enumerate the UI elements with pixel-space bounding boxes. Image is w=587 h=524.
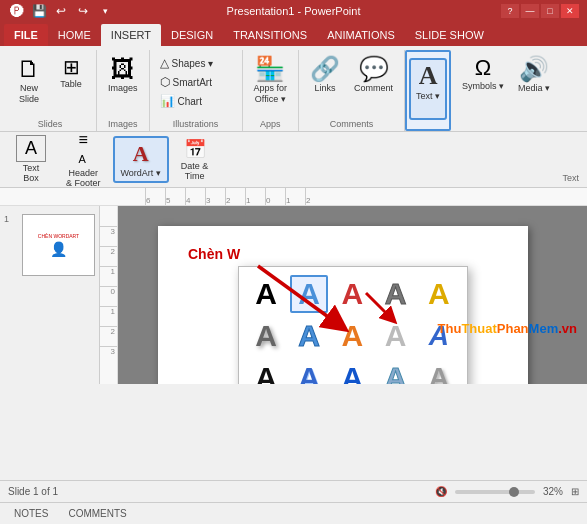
symbols-icon: Ω bbox=[475, 57, 491, 79]
customize-quick-access[interactable]: ▾ bbox=[96, 2, 114, 20]
shapes-btn[interactable]: △ Shapes ▾ bbox=[156, 54, 236, 72]
ruler-mark: 2 bbox=[305, 188, 325, 206]
comment-label: Comment bbox=[354, 83, 393, 94]
wordart-btn[interactable]: A WordArt ▾ bbox=[113, 136, 169, 184]
powerpoint-logo: 🅟 bbox=[8, 2, 26, 20]
watermark-thu: Thu bbox=[438, 321, 462, 336]
ribbon-group-images: 🖼 Images Images bbox=[97, 50, 150, 131]
wordart-item-14[interactable]: A bbox=[377, 359, 415, 384]
language-info: 🔇 bbox=[435, 486, 447, 497]
images-items: 🖼 Images bbox=[103, 50, 143, 119]
table-label: Table bbox=[60, 79, 82, 90]
wordart-item-4[interactable]: A bbox=[377, 275, 415, 313]
tab-file[interactable]: FILE bbox=[4, 24, 48, 46]
text-btn[interactable]: A Text ▾ bbox=[409, 58, 447, 120]
horizontal-ruler: 6 5 4 3 2 1 0 1 2 bbox=[0, 188, 587, 206]
undo-quick-btn[interactable]: ↩ bbox=[52, 2, 70, 20]
close-btn[interactable]: ✕ bbox=[561, 4, 579, 18]
tab-animations[interactable]: ANIMATIONS bbox=[317, 24, 405, 46]
slide-number-1: 1 bbox=[4, 214, 9, 276]
wordart-item-6[interactable]: A bbox=[247, 317, 285, 355]
zoom-level: 32% bbox=[543, 486, 563, 497]
new-slide-btn[interactable]: 🗋 NewSlide bbox=[10, 54, 48, 116]
comment-btn[interactable]: 💬 Comment bbox=[349, 54, 398, 116]
tab-design[interactable]: DESIGN bbox=[161, 24, 223, 46]
watermark-vn: .vn bbox=[558, 321, 577, 336]
wordart-item-1[interactable]: A bbox=[247, 275, 285, 313]
text-label: Text ▾ bbox=[416, 91, 440, 102]
media-label: Media ▾ bbox=[518, 83, 550, 94]
images-btn[interactable]: 🖼 Images bbox=[103, 54, 143, 116]
links-items: 🔗 Links 💬 Comment bbox=[305, 50, 398, 119]
v-ruler-0: 0 bbox=[100, 286, 117, 306]
zoom-in-btn[interactable]: ⊞ bbox=[571, 486, 579, 497]
ribbon-group-text: A Text ▾ bbox=[405, 50, 451, 131]
maximize-btn[interactable]: □ bbox=[541, 4, 559, 18]
v-ruler-2: 2 bbox=[100, 246, 117, 266]
wordart-item-3[interactable]: A bbox=[333, 275, 371, 313]
ruler-mark: 2 bbox=[225, 188, 245, 206]
text-items: A Text ▾ bbox=[409, 54, 447, 125]
textbox-btn[interactable]: A TextBox bbox=[8, 130, 54, 189]
ruler-marks: 6 5 4 3 2 1 0 1 2 bbox=[145, 188, 325, 206]
minimize-btn[interactable]: — bbox=[521, 4, 539, 18]
new-slide-icon: 🗋 bbox=[17, 57, 41, 81]
notes-btn[interactable]: NOTES bbox=[8, 507, 54, 520]
wordart-item-15[interactable]: A bbox=[420, 359, 458, 384]
symbols-items: Ω Symbols ▾ 🔊 Media ▾ bbox=[457, 50, 555, 129]
apps-office-btn[interactable]: 🏪 Apps forOffice ▾ bbox=[249, 54, 293, 116]
wordart-item-8[interactable]: A bbox=[333, 317, 371, 355]
v-ruler-m2: 2 bbox=[100, 326, 117, 346]
watermark-mem: Mem bbox=[529, 321, 559, 336]
images-label: Images bbox=[108, 83, 138, 94]
slide-row-1: 1 CHÈN WORDART 👤 bbox=[4, 214, 95, 276]
ruler-mark: 1 bbox=[285, 188, 305, 206]
links-btn[interactable]: 🔗 Links bbox=[305, 54, 345, 116]
save-quick-btn[interactable]: 💾 bbox=[30, 2, 48, 20]
wordart-item-12[interactable]: A bbox=[290, 359, 328, 384]
v-ruler-3: 3 bbox=[100, 226, 117, 246]
date-time-label: Date &Time bbox=[181, 162, 209, 182]
tab-home[interactable]: HOME bbox=[48, 24, 101, 46]
smartart-btn[interactable]: ⬡ SmartArt bbox=[156, 73, 236, 91]
chart-label: Chart bbox=[178, 96, 202, 107]
slide-thumb-content: CHÈN WORDART 👤 bbox=[23, 215, 94, 275]
ruler-mark: 5 bbox=[165, 188, 185, 206]
zoom-handle[interactable] bbox=[509, 487, 519, 497]
illustrations-items: △ Shapes ▾ ⬡ SmartArt 📊 Chart bbox=[156, 50, 236, 119]
status-right: 🔇 32% ⊞ bbox=[435, 486, 579, 497]
ruler-mark: 4 bbox=[185, 188, 205, 206]
links-label: Links bbox=[315, 83, 336, 94]
chart-icon: 📊 bbox=[160, 94, 175, 108]
tab-slideshow[interactable]: SLIDE SHOW bbox=[405, 24, 494, 46]
wordart-item-5[interactable]: A bbox=[420, 275, 458, 313]
tab-transitions[interactable]: TRANSITIONS bbox=[223, 24, 317, 46]
tab-insert[interactable]: INSERT bbox=[101, 24, 161, 46]
slides-items: 🗋 NewSlide ⊞ Table bbox=[10, 50, 90, 119]
header-footer-btn[interactable]: ≡A Header& Footer bbox=[58, 126, 109, 194]
table-btn[interactable]: ⊞ Table bbox=[52, 54, 90, 116]
redo-quick-btn[interactable]: ↪ bbox=[74, 2, 92, 20]
wordart-item-9[interactable]: A bbox=[377, 317, 415, 355]
images-icon: 🖼 bbox=[111, 57, 135, 81]
media-btn[interactable]: 🔊 Media ▾ bbox=[513, 54, 555, 116]
status-bar: Slide 1 of 1 🔇 32% ⊞ bbox=[0, 480, 587, 502]
comments-btn[interactable]: COMMENTS bbox=[62, 507, 132, 520]
watermark-phan: Phan bbox=[497, 321, 529, 336]
wordart-item-2[interactable]: A bbox=[290, 275, 328, 313]
symbols-btn[interactable]: Ω Symbols ▾ bbox=[457, 54, 509, 116]
watermark-thuat: Thuat bbox=[461, 321, 496, 336]
slide-thumb-icon: 👤 bbox=[38, 241, 79, 257]
apps-items: 🏪 Apps forOffice ▾ bbox=[249, 50, 293, 119]
notes-bar: NOTES COMMENTS bbox=[0, 502, 587, 524]
zoom-slider[interactable] bbox=[455, 490, 535, 494]
slide-thumbnail-1[interactable]: CHÈN WORDART 👤 bbox=[22, 214, 95, 276]
wordart-item-13[interactable]: A bbox=[333, 359, 371, 384]
wordart-item-11[interactable]: A bbox=[247, 359, 285, 384]
ribbon-row2: A TextBox ≡A Header& Footer A WordArt ▾ … bbox=[0, 132, 587, 188]
wordart-icon: A bbox=[133, 141, 149, 167]
chart-btn[interactable]: 📊 Chart bbox=[156, 92, 236, 110]
help-btn[interactable]: ? bbox=[501, 4, 519, 18]
date-time-btn[interactable]: 📅 Date &Time bbox=[173, 133, 217, 187]
wordart-item-7[interactable]: A bbox=[290, 317, 328, 355]
